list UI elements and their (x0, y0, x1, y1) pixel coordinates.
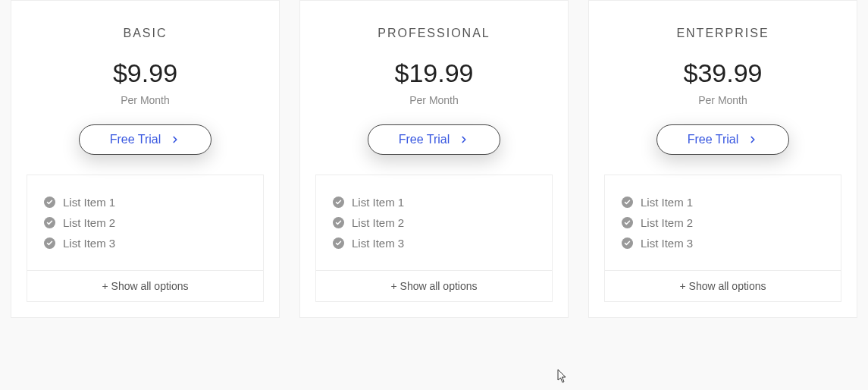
check-circle-icon (44, 197, 55, 208)
list-item: List Item 3 (44, 233, 246, 253)
list-item-label: List Item 1 (352, 196, 404, 209)
list-item-label: List Item 2 (63, 216, 115, 229)
list-item-label: List Item 1 (63, 196, 115, 209)
list-item-label: List Item 2 (352, 216, 404, 229)
chevron-right-icon (459, 134, 469, 145)
list-item: List Item 2 (333, 212, 535, 233)
chevron-right-icon (747, 134, 758, 145)
plan-name: ENTERPRISE (589, 27, 857, 40)
check-circle-icon (622, 237, 633, 249)
check-circle-icon (333, 237, 344, 249)
plan-name: BASIC (11, 27, 279, 40)
check-circle-icon (333, 197, 344, 208)
list-item-label: List Item 3 (63, 237, 115, 250)
list-item: List Item 3 (622, 233, 824, 253)
features-list: List Item 1 List Item 2 List Item 3 (604, 175, 841, 271)
list-item: List Item 1 (622, 192, 824, 212)
plan-period: Per Month (300, 94, 568, 106)
list-item: List Item 2 (622, 212, 824, 233)
show-all-options-button[interactable]: + Show all options (315, 271, 553, 302)
plan-card-professional: PROFESSIONAL $19.99 Per Month Free Trial… (299, 0, 569, 318)
plan-card-enterprise: ENTERPRISE $39.99 Per Month Free Trial L… (588, 0, 857, 318)
check-circle-icon (44, 217, 55, 228)
show-all-options-button[interactable]: + Show all options (604, 271, 841, 302)
list-item: List Item 3 (333, 233, 535, 253)
free-trial-label: Free Trial (110, 133, 161, 146)
list-item: List Item 1 (333, 192, 535, 212)
check-circle-icon (333, 217, 344, 228)
list-item: List Item 1 (44, 192, 246, 212)
plan-period: Per Month (11, 94, 279, 106)
plan-price: $19.99 (300, 58, 568, 88)
plan-price: $39.99 (589, 58, 857, 88)
pricing-container: BASIC $9.99 Per Month Free Trial List It… (0, 0, 868, 318)
free-trial-button[interactable]: Free Trial (368, 124, 501, 155)
plan-price: $9.99 (11, 58, 279, 88)
features-list: List Item 1 List Item 2 List Item 3 (315, 175, 553, 271)
plan-card-basic: BASIC $9.99 Per Month Free Trial List It… (11, 0, 280, 318)
chevron-right-icon (170, 134, 180, 145)
free-trial-button[interactable]: Free Trial (79, 124, 212, 155)
show-all-options-button[interactable]: + Show all options (27, 271, 264, 302)
list-item-label: List Item 3 (352, 237, 404, 250)
free-trial-label: Free Trial (688, 133, 739, 146)
list-item-label: List Item 1 (641, 196, 693, 209)
plan-name: PROFESSIONAL (300, 27, 568, 40)
check-circle-icon (622, 197, 633, 208)
features-list: List Item 1 List Item 2 List Item 3 (27, 175, 264, 271)
cursor-icon (557, 369, 568, 387)
check-circle-icon (622, 217, 633, 228)
free-trial-button[interactable]: Free Trial (656, 124, 790, 155)
check-circle-icon (44, 237, 55, 249)
list-item-label: List Item 3 (641, 237, 693, 250)
list-item: List Item 2 (44, 212, 246, 233)
plan-period: Per Month (589, 94, 857, 106)
free-trial-label: Free Trial (399, 133, 450, 146)
list-item-label: List Item 2 (641, 216, 693, 229)
